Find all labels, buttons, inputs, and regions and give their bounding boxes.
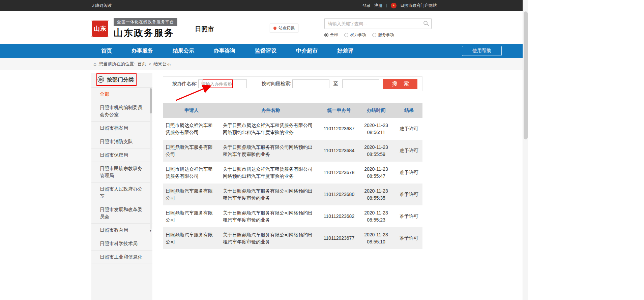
department-item[interactable]: 日照市档案局: [91, 122, 152, 135]
search-box: [324, 18, 432, 29]
results-section: 按办件名称: 按时间段检索: 至 搜 索 申请人 办件名称 统一申办号: [163, 73, 422, 300]
nav-item[interactable]: 中介超市: [286, 44, 327, 58]
cell-result: 准予许可: [396, 213, 422, 220]
search-icon[interactable]: [423, 21, 428, 25]
cell-applicant: 日照鼎顺汽车服务有限公司: [163, 141, 220, 161]
cell-finish-time: 2020-11-23 08:55:47: [357, 166, 396, 180]
register-link[interactable]: 注册: [374, 3, 382, 8]
login-link[interactable]: 登录: [362, 3, 371, 8]
filter-bar: 按办件名称: 按时间段检索: 至 搜 索: [163, 76, 422, 91]
radio-icon: [344, 33, 348, 37]
topbar-divider: |: [386, 3, 387, 7]
nav-item[interactable]: 监督评议: [245, 44, 286, 58]
table-row: 日照市腾达众祥汽车租赁服务有限公司 关于日照市腾达众祥汽车租赁服务有限公司网络预…: [163, 118, 422, 140]
table-header-cell: 结果: [396, 107, 422, 113]
cell-applicant: 日照鼎顺汽车服务有限公司: [163, 229, 220, 248]
search-scope-radio[interactable]: 服务事项: [372, 32, 394, 38]
time-from-input[interactable]: [292, 79, 329, 88]
finish-date: 2020-11-23: [357, 209, 396, 216]
site-switch-button[interactable]: 站点切换: [270, 24, 298, 32]
nav-item[interactable]: 好差评: [327, 44, 363, 58]
national-emblem-icon: ★: [391, 3, 397, 8]
cell-apply-id: 110112023680: [321, 191, 357, 198]
department-item[interactable]: 日照市保密局: [91, 148, 152, 162]
department-item-label: 日照市发展和改革委员会: [100, 207, 142, 219]
department-item[interactable]: 日照市机构编制委员会办公室: [91, 101, 152, 122]
department-item[interactable]: 日照市民族宗教事务管理局: [91, 162, 152, 182]
category-icon: [97, 76, 104, 84]
cell-applicant: 日照市腾达众祥汽车租赁服务有限公司: [163, 163, 220, 182]
search-scope-radio[interactable]: 权力事项: [344, 32, 366, 38]
shandong-gov-seal-logo: 山东: [91, 20, 109, 37]
cell-item-name: 关于日照鼎顺汽车服务有限公司网络预约出租汽车年度审验的业务: [220, 141, 321, 161]
breadcrumb-home-link[interactable]: 首页: [138, 61, 146, 67]
cell-finish-time: 2020-11-23 08:56:11: [357, 122, 396, 136]
nav-item[interactable]: 办事咨询: [204, 44, 245, 58]
department-item[interactable]: 日照市人民政府办公室: [91, 182, 152, 203]
finish-clock: 08:55:59: [357, 151, 396, 158]
city-name: 日照市: [195, 25, 214, 34]
department-item[interactable]: 全部: [91, 88, 152, 101]
keyword-search-area: 全部 权力事项 服务事项: [324, 18, 432, 38]
logo-group[interactable]: 山东 全国一体化在线政务服务平台 山东政务服务: [91, 18, 177, 39]
nav-item[interactable]: 首页: [91, 44, 122, 58]
cell-finish-time: 2020-11-23 08:55:23: [357, 209, 396, 224]
department-item-label: 日照市民族宗教事务管理局: [100, 166, 142, 178]
scope-label: 全部: [330, 32, 338, 38]
department-item-label: 日照市消防支队: [100, 139, 133, 144]
finish-clock: 08:55:35: [357, 195, 396, 202]
cell-item-name: 关于日照鼎顺汽车服务有限公司网络预约出租汽车年度审验的业务: [220, 185, 321, 204]
table-header-cell: 办结时间: [357, 107, 396, 113]
table-row: 日照鼎顺汽车服务有限公司 关于日照鼎顺汽车服务有限公司网络预约出租汽车年度审验的…: [163, 184, 422, 205]
department-item[interactable]: 日照市科学技术局: [91, 237, 152, 251]
cell-apply-id: 110112023678: [321, 169, 357, 176]
department-item-label: 日照市科学技术局: [100, 241, 138, 246]
search-button[interactable]: 搜 索: [383, 79, 417, 89]
finish-date: 2020-11-23: [357, 122, 396, 129]
topbar-inner: 无障碍阅读 登录 注册 | ★ 日照市政府门户网站: [91, 0, 437, 11]
accessibility-link[interactable]: 无障碍阅读: [91, 3, 112, 8]
page-scrollbar[interactable]: [523, 0, 528, 300]
department-item[interactable]: 日照市工业和信息化: [91, 251, 152, 264]
finish-clock: 08:55:10: [357, 238, 396, 245]
table-row: 日照鼎顺汽车服务有限公司 关于日照鼎顺汽车服务有限公司网络预约出租汽车年度审验的…: [163, 205, 422, 227]
portal-link[interactable]: 日照市政府门户网站: [400, 3, 437, 8]
cell-result: 准予许可: [396, 169, 422, 176]
item-name-input[interactable]: [198, 79, 247, 88]
search-scope-group: 全部 权力事项 服务事项: [324, 32, 432, 38]
department-item[interactable]: 日照市发展和改革委员会: [91, 203, 152, 224]
cell-finish-time: 2020-11-23 08:55:10: [357, 231, 396, 245]
cell-result: 准予许可: [396, 147, 422, 154]
cell-apply-id: 110112023682: [321, 213, 357, 220]
table-header-cell: 申请人: [163, 107, 220, 113]
department-item[interactable]: 日照市消防支队: [91, 135, 152, 148]
sidebar-header: 按部门分类: [91, 73, 152, 88]
chevron-down-icon[interactable]: ▼: [149, 229, 152, 232]
finish-date: 2020-11-23: [357, 166, 396, 173]
platform-tag: 全国一体化在线政务服务平台: [114, 18, 177, 26]
search-scope-radio[interactable]: 全部: [324, 32, 338, 38]
help-button[interactable]: 使用帮助: [462, 46, 502, 56]
cell-item-name: 关于日照鼎顺汽车服务有限公司网络预约出租汽车年度审验的业务: [220, 229, 321, 248]
nav-item[interactable]: 办事服务: [122, 44, 163, 58]
table-row: 日照鼎顺汽车服务有限公司 关于日照鼎顺汽车服务有限公司网络预约出租汽车年度审验的…: [163, 227, 422, 249]
radio-icon: [372, 33, 376, 37]
cell-result: 准予许可: [396, 125, 422, 132]
home-icon: ⌂: [93, 61, 96, 67]
cell-apply-id: 110112023677: [321, 235, 357, 242]
department-item-label: 日照市教育局: [100, 227, 128, 233]
scrollbar-thumb[interactable]: [150, 88, 152, 113]
radio-icon: [324, 33, 328, 37]
sidebar-title: 按部门分类: [107, 76, 134, 84]
time-filter-label: 按时间段检索:: [262, 81, 291, 87]
time-to-input[interactable]: [342, 79, 379, 88]
main-content: 按部门分类 全部 日照市机构编制委员会办公室 日照市档案局: [0, 70, 528, 300]
sidebar-scrollbar[interactable]: [150, 88, 152, 229]
scrollbar-thumb[interactable]: [524, 11, 528, 139]
department-item-label: 日照市人民政府办公室: [100, 186, 142, 199]
browser-viewport: 无障碍阅读 登录 注册 | ★ 日照市政府门户网站 山东 全国一体化在线政务服务…: [0, 0, 528, 300]
nav-item[interactable]: 结果公示: [163, 44, 204, 58]
keyword-search-input[interactable]: [324, 18, 432, 29]
department-item[interactable]: 日照市教育局: [91, 224, 152, 237]
table-header-row: 申请人 办件名称 统一申办号 办结时间 结果: [163, 103, 422, 118]
